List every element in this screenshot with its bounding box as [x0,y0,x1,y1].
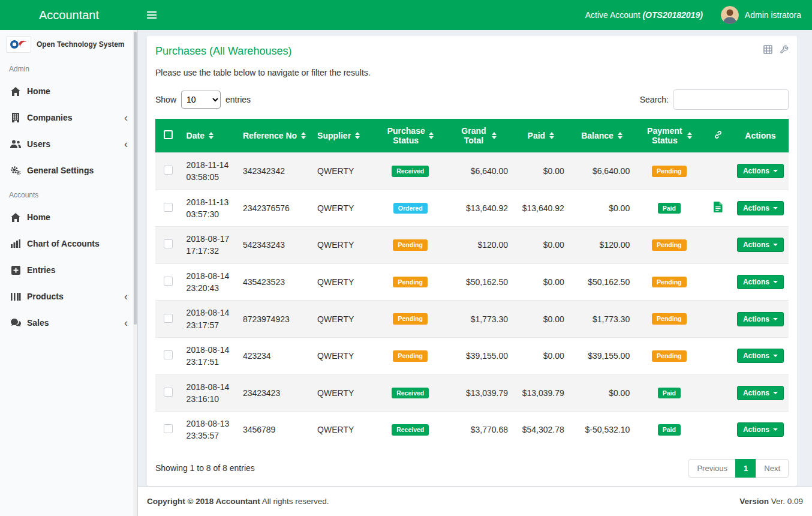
grand-total-value: $1,773.30 [444,301,513,338]
row-checkbox[interactable] [164,314,173,323]
row-actions-button[interactable]: Actions [737,238,784,252]
row-checkbox[interactable] [164,388,173,397]
table-row: 2018-08-14 23:16:10 23423423 QWERTY Rece… [155,374,789,412]
sidebar-menu: Open Technology System Admin Home Compan… [0,30,137,337]
column-header-grand-total[interactable]: Grand Total [444,119,513,153]
pagination-page-1-button[interactable]: 1 [735,459,756,478]
row-actions-button[interactable]: Actions [737,349,784,363]
wrench-icon[interactable] [780,45,789,54]
sidebar-item-label: Home [27,212,50,222]
search-input[interactable] [673,89,789,110]
row-checkbox[interactable] [164,166,173,175]
table-grid-icon[interactable] [763,45,772,54]
sidebar-item-products[interactable]: Products ‹ [0,283,137,310]
purchase-date: 2018-08-14 [187,344,233,356]
purchase-date: 2018-08-14 [187,381,233,393]
pagination-next-button[interactable]: Next [756,459,789,478]
column-label: Supplier [317,131,351,140]
sidebar-section-accounts: Accounts [0,184,137,204]
row-checkbox[interactable] [164,239,173,248]
caret-down-icon [773,428,778,431]
supplier-name: QWERTY [312,263,377,301]
sidebar-item-chart-of-accounts[interactable]: Chart of Accounts [0,230,137,257]
active-account-code: (OTS20182019) [642,10,702,20]
reference-no: 542343243 [238,227,312,264]
sidebar-item-label: Entries [27,265,55,275]
caret-down-icon [773,355,778,357]
sidebar-logo-title: Open Technology System [37,40,124,49]
chevron-left-icon: ‹ [124,112,129,123]
sidebar-toggle-button[interactable] [138,0,166,30]
column-header-balance[interactable]: Balance [569,119,634,153]
row-actions-button[interactable]: Actions [737,164,784,178]
table-row: 2018-11-14 03:58:05 342342342 QWERTY Rec… [155,153,789,190]
purchase-status-badge: Received [392,388,429,399]
purchase-date: 2018-08-17 [187,233,233,245]
table-row: 2018-08-14 23:20:43 435423523 QWERTY Pen… [155,263,789,301]
table-row: 2018-08-14 23:17:51 423234 QWERTY Pendin… [155,337,789,374]
table-row: 2018-08-17 17:17:32 542343243 QWERTY Pen… [155,227,789,264]
paid-value: $13,640.92 [513,190,569,227]
version-label: Version [739,497,769,506]
sidebar-logo-panel: Open Technology System [0,30,137,58]
column-header-date[interactable]: Date [182,119,238,153]
column-header-reference[interactable]: Reference No [238,119,312,153]
row-checkbox[interactable] [164,424,173,433]
column-header-purchase-status[interactable]: Purchase Status [377,119,443,153]
purchase-date: 2018-08-14 [187,270,233,282]
sidebar-item-label: Chart of Accounts [27,239,100,248]
sidebar-item-companies[interactable]: Companies ‹ [0,104,137,131]
row-checkbox[interactable] [164,277,173,286]
link-icon [714,131,723,141]
sidebar-item-home-accounts[interactable]: Home [0,204,137,230]
page-length-select[interactable]: 10 [181,91,221,109]
caret-down-icon [773,207,778,209]
row-actions-button[interactable]: Actions [737,422,784,437]
sort-icon [549,132,554,139]
copyright-text: Copyright © 2018 Accountant All rights r… [147,497,329,506]
select-all-header[interactable] [155,119,182,153]
paid-value: $54,302.78 [513,412,569,448]
payment-status-badge: Pending [652,350,686,362]
row-actions-button[interactable]: Actions [737,275,784,289]
show-label: Show [155,95,176,104]
attachment-file-icon[interactable] [714,202,723,212]
table-row: 2018-11-13 03:57:30 2342376576 QWERTY Or… [155,190,789,227]
select-all-checkbox[interactable] [164,130,173,139]
card-header: Purchases (All Warehouses) [155,45,789,58]
balance-value: $39,155.00 [569,337,634,374]
sort-icon [429,132,434,139]
column-label: Purchase Status [387,126,425,145]
user-menu[interactable]: Admin istratora [721,6,801,24]
row-actions-button[interactable]: Actions [737,201,784,215]
page-title: Purchases (All Warehouses) [155,45,291,58]
balance-value: $0.00 [569,190,634,227]
sidebar-item-home-admin[interactable]: Home [0,78,137,104]
sidebar-item-general-settings[interactable]: General Settings [0,157,137,184]
column-label: Date [187,131,204,140]
row-checkbox[interactable] [164,350,173,359]
table-footer: Showing 1 to 8 of 8 entries Previous 1 N… [155,459,789,478]
actions-button-label: Actions [743,241,769,249]
sidebar-item-sales[interactable]: Sales ‹ [0,310,137,336]
row-actions-button[interactable]: Actions [737,312,784,326]
reference-no: 23423423 [238,374,312,412]
reference-no: 3456789 [238,412,312,448]
row-checkbox[interactable] [164,203,173,212]
purchase-date: 2018-08-14 [187,307,233,319]
supplier-name: QWERTY [312,374,377,412]
column-header-paid[interactable]: Paid [513,119,569,153]
pagination-previous-button[interactable]: Previous [688,459,736,478]
reference-no: 8723974923 [238,301,312,338]
sidebar-item-entries[interactable]: Entries [0,257,137,283]
brand-logo[interactable]: Accountant [0,0,138,30]
row-actions-button[interactable]: Actions [737,386,784,400]
column-label: Actions [745,131,775,140]
column-header-payment-status[interactable]: Payment Status [634,119,703,153]
column-header-supplier[interactable]: Supplier [312,119,377,153]
paid-value: $0.00 [513,301,569,338]
purchases-card: Purchases (All Warehouses) Please use th… [147,36,797,486]
sidebar-scrollbar-thumb[interactable] [134,32,137,325]
supplier-name: QWERTY [312,301,377,338]
sidebar-item-users[interactable]: Users ‹ [0,131,137,157]
